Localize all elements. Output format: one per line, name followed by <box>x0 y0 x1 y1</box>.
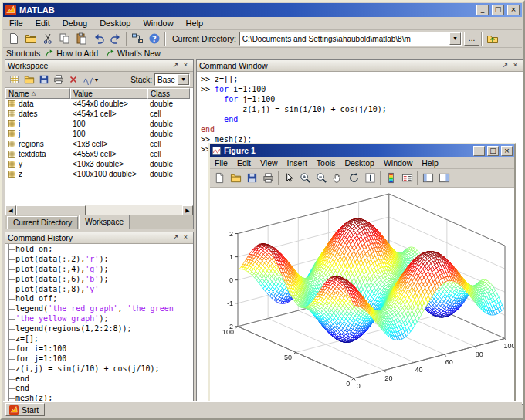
data-cursor-button[interactable] <box>362 171 378 186</box>
close-button[interactable]: × <box>501 146 513 156</box>
new-file-button[interactable] <box>5 31 22 46</box>
column-header-name[interactable]: Name△ <box>5 88 70 99</box>
code-line[interactable]: for i=1:100 <box>5 344 193 354</box>
open-folder-button[interactable] <box>22 73 36 86</box>
workspace-row-j[interactable]: j100double <box>5 129 193 139</box>
open-folder-button[interactable] <box>228 171 244 186</box>
minimize-button[interactable]: _ <box>476 5 489 15</box>
save-button[interactable] <box>36 73 51 86</box>
menu-item-debug[interactable]: Debug <box>56 17 93 29</box>
new-variable-icon <box>9 74 20 85</box>
colorbar-button[interactable] <box>383 171 399 186</box>
cd-up-button[interactable] <box>484 31 501 46</box>
figure-menu-item-insert[interactable]: Insert <box>283 157 312 169</box>
start-button[interactable]: Start <box>5 403 45 416</box>
redo-button[interactable] <box>107 31 124 46</box>
maximize-button[interactable]: □ <box>487 146 499 156</box>
legend-button[interactable] <box>399 171 415 186</box>
code-line[interactable]: z(i,j) = sin(i/10) + cos(j/10); <box>5 364 193 374</box>
undo-button[interactable] <box>90 31 107 46</box>
code-line[interactable]: plot(data(:,4),'g'); <box>5 265 193 275</box>
figure-titlebar[interactable]: Figure 1 _ □ × <box>210 144 514 157</box>
new-file-button[interactable] <box>212 171 228 186</box>
shortcut-what-s-new[interactable]: What's New <box>106 49 161 58</box>
column-header-class[interactable]: Class <box>147 88 190 99</box>
copy-button[interactable] <box>56 31 73 46</box>
cut-button[interactable] <box>39 31 56 46</box>
workspace-row-textdata[interactable]: textdata<455x9 cell>cell <box>5 149 193 159</box>
undock-icon[interactable]: ↗ <box>171 233 181 242</box>
chevron-down-icon[interactable]: ▼ <box>449 32 461 45</box>
print-button[interactable] <box>260 171 276 186</box>
maximize-button[interactable]: □ <box>492 5 504 15</box>
close-button[interactable]: × <box>507 5 520 15</box>
workspace-row-data[interactable]: data<454x8 double>double <box>5 99 193 109</box>
code-line[interactable]: plot(data(:,8),'y' <box>5 285 193 295</box>
paste-button[interactable] <box>73 31 90 46</box>
code-line[interactable]: hold off; <box>5 294 193 304</box>
code-line[interactable]: legend(regions(1,2:2:8)); <box>5 324 193 334</box>
menu-item-file[interactable]: File <box>3 17 29 29</box>
workspace-row-regions[interactable]: regions<1x8 cell>cell <box>5 139 193 149</box>
close-icon[interactable]: × <box>181 233 191 242</box>
menu-item-window[interactable]: Window <box>137 17 179 29</box>
figure-menu-item-window[interactable]: Window <box>379 157 417 169</box>
shortcut-how-to-add[interactable]: How to Add <box>45 49 98 58</box>
column-header-value[interactable]: Value <box>70 88 147 99</box>
pan-button[interactable] <box>330 171 346 186</box>
workspace-row-z[interactable]: z<100x100 double>double <box>5 169 193 179</box>
print-button[interactable] <box>51 73 66 86</box>
code-line[interactable]: plot(data(:,6),'b'); <box>5 275 193 285</box>
undock-icon[interactable]: ↗ <box>171 61 181 70</box>
tab-workspace[interactable]: Workspace <box>79 215 130 229</box>
figure-menu-item-file[interactable]: File <box>210 157 232 169</box>
minimize-button[interactable]: _ <box>473 146 485 156</box>
figure-menu-item-edit[interactable]: Edit <box>232 157 256 169</box>
code-line[interactable]: end <box>5 374 193 384</box>
rotate-button[interactable] <box>346 171 362 186</box>
code-line[interactable]: plot(data(:,2),'r'); <box>5 255 193 265</box>
figure-menu-item-desktop[interactable]: Desktop <box>340 157 379 169</box>
workspace-row-i[interactable]: i100double <box>5 119 193 129</box>
chevron-down-icon[interactable]: ▼ <box>178 74 189 85</box>
code-line[interactable]: hold on; <box>5 245 193 255</box>
plot-tools-right-button[interactable] <box>436 171 452 186</box>
workspace-row-y[interactable]: y<10x3 double>double <box>5 159 193 169</box>
code-line[interactable]: z=[]; <box>5 334 193 344</box>
workspace-row-dates[interactable]: dates<454x1 cell>cell <box>5 109 193 119</box>
stack-combobox[interactable]: Base ▼ <box>154 73 190 86</box>
menu-item-edit[interactable]: Edit <box>29 17 56 29</box>
undock-icon[interactable]: ↗ <box>500 61 510 70</box>
plot-tools-left-button[interactable] <box>420 171 436 186</box>
window-title: MATLAB <box>19 5 473 15</box>
save-button[interactable] <box>244 171 260 186</box>
data-cursor-icon <box>364 172 376 184</box>
close-icon[interactable]: × <box>181 61 191 70</box>
menu-item-help[interactable]: Help <box>180 17 210 29</box>
browse-button[interactable]: ... <box>464 32 479 46</box>
help-button[interactable]: ? <box>146 31 163 46</box>
menu-item-desktop[interactable]: Desktop <box>93 17 137 29</box>
plot-selector-button[interactable]: ▼ <box>81 73 101 86</box>
titlebar[interactable]: MATLAB _ □ × <box>3 3 522 17</box>
figure-menu-item-help[interactable]: Help <box>417 157 443 169</box>
figure-menu-item-view[interactable]: View <box>256 157 283 169</box>
tab-current-directory[interactable]: Current Directory <box>7 216 78 229</box>
new-variable-button[interactable] <box>7 73 22 86</box>
simulink-button[interactable] <box>129 31 146 46</box>
zoom-in-button[interactable] <box>297 171 313 186</box>
variable-class: cell <box>147 150 190 158</box>
code-line[interactable]: legend('the red graph', 'the green <box>5 304 193 314</box>
open-folder-button[interactable] <box>22 31 39 46</box>
code-line[interactable]: end <box>5 384 193 394</box>
delete-button[interactable] <box>66 73 80 86</box>
code-line[interactable]: 'the yellow graph'); <box>5 314 193 324</box>
pointer-button[interactable] <box>281 171 297 186</box>
workspace-table-header: Name△ValueClass <box>5 88 193 99</box>
current-directory-combobox[interactable]: C:\Documents and Settings\ahaubold\matla… <box>239 32 462 46</box>
code-line[interactable]: for j=1:100 <box>5 354 193 364</box>
close-icon[interactable]: × <box>510 61 520 70</box>
figure-menu-item-tools[interactable]: Tools <box>312 157 340 169</box>
zoom-out-button[interactable] <box>313 171 330 186</box>
mesh-plot-canvas[interactable] <box>210 188 514 401</box>
